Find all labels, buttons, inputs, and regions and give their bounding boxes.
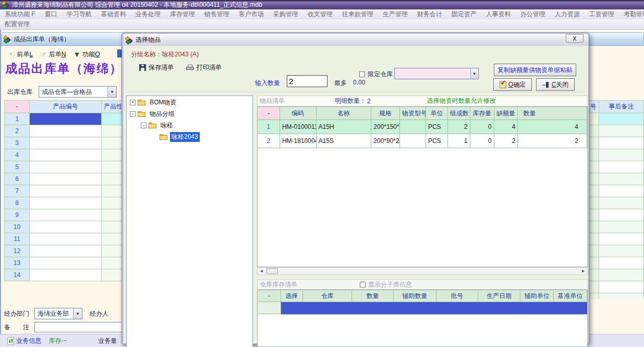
remark-cell[interactable] (599, 185, 644, 197)
row-number-cell[interactable]: 2 (5, 125, 30, 137)
cell[interactable] (400, 120, 426, 134)
toolbar-hand-right[interactable]: ☞后单N (40, 50, 66, 59)
remark-cell[interactable] (599, 245, 644, 257)
row-number-cell[interactable]: 11 (5, 233, 30, 245)
tree-item-咏柽2043[interactable]: 咏柽2043 (127, 131, 252, 142)
remark-cell[interactable] (599, 209, 644, 221)
cell[interactable]: 0 (470, 120, 494, 134)
row-number-cell[interactable]: 1 (5, 113, 30, 125)
cell[interactable] (588, 209, 599, 221)
product-code-cell[interactable] (30, 161, 102, 173)
menu-item[interactable]: 固定资产 (447, 9, 481, 19)
menu-item[interactable]: 工资管理 (585, 9, 619, 19)
product-code-cell[interactable] (30, 221, 102, 233)
tree-item-物品分组[interactable]: -物品分组 (127, 109, 252, 119)
remark-cell[interactable] (599, 293, 644, 299)
menu-item[interactable]: 窗口 (40, 9, 62, 19)
expand-icon[interactable]: + (130, 100, 136, 105)
toolbar-hand-left[interactable]: ☜前单L (8, 50, 33, 59)
menu-item[interactable]: 采购管理 (269, 9, 303, 19)
cell[interactable]: 2 (448, 120, 470, 134)
menu-item[interactable]: 考勤管理 (619, 9, 644, 19)
product-code-cell[interactable] (30, 149, 102, 161)
checkbox-icon[interactable] (360, 282, 366, 288)
cell[interactable] (588, 161, 599, 173)
menu-item[interactable]: 系统功能 F (0, 9, 40, 19)
product-code-cell[interactable] (30, 137, 102, 149)
menu-item[interactable]: 财务会计 (412, 9, 447, 19)
cell[interactable]: 2 (258, 134, 280, 148)
cell[interactable]: 1 (448, 134, 470, 148)
cell[interactable]: 2 (518, 134, 587, 148)
remark-cell[interactable] (599, 221, 644, 233)
row-number-cell[interactable]: 8 (5, 197, 30, 209)
cell[interactable] (588, 293, 599, 299)
ok-button[interactable]: ✔ O确定 (493, 78, 532, 91)
warehouse-combo[interactable]: 成品仓库—合格品 ▼ (39, 86, 117, 98)
stock-selected-row[interactable] (258, 302, 587, 315)
row-number-cell[interactable]: 12 (5, 245, 30, 257)
product-code-cell[interactable] (30, 245, 102, 257)
remark-cell[interactable] (599, 269, 644, 281)
scroll-thumb[interactable] (266, 268, 278, 274)
cell[interactable]: 200*150*2 (371, 120, 400, 134)
product-code-cell[interactable] (30, 113, 102, 125)
remark-cell[interactable] (599, 125, 644, 137)
menu-item[interactable]: 生产管理 (378, 9, 412, 19)
row-number-cell[interactable]: 3 (5, 137, 30, 149)
cell[interactable]: 2 (494, 134, 518, 148)
cell[interactable] (588, 197, 599, 209)
menu-item[interactable]: 基础资料 (96, 9, 131, 19)
tree-item-BOM物资[interactable]: +BOM物资 (127, 97, 252, 107)
menu-item[interactable]: 办公管理 (516, 9, 550, 19)
cell[interactable] (588, 245, 599, 257)
cell[interactable]: 4 (518, 120, 587, 134)
cell[interactable]: A15H (317, 120, 372, 134)
collapse-icon[interactable]: - (130, 111, 136, 117)
row-number-cell[interactable]: 7 (5, 185, 30, 197)
close-button[interactable]: C关闭 (536, 78, 575, 91)
menu-item[interactable]: 业务处理 (131, 9, 165, 19)
collapse-icon[interactable]: - (141, 123, 147, 128)
menu-item[interactable]: 学习导航 (62, 9, 96, 19)
cell[interactable]: HM-0100011 (280, 120, 317, 134)
cell[interactable] (588, 113, 599, 125)
row-number-cell[interactable]: 13 (5, 257, 30, 269)
cell[interactable] (588, 281, 599, 293)
menu-item[interactable]: 配置管理 (0, 19, 34, 29)
remark-cell[interactable] (599, 257, 644, 269)
cell[interactable]: 4 (494, 120, 518, 134)
cell[interactable]: PCS (426, 120, 448, 134)
product-code-cell[interactable] (30, 209, 102, 221)
cell[interactable]: PCS (426, 134, 448, 148)
product-code-cell[interactable] (30, 257, 102, 269)
chevron-down-icon[interactable]: ▼ (107, 87, 116, 97)
menu-item[interactable]: 人事资料 (481, 9, 516, 19)
product-code-cell[interactable] (30, 125, 102, 137)
product-code-cell[interactable] (30, 269, 102, 281)
remark-cell[interactable] (599, 173, 644, 185)
menu-item[interactable]: 收支管理 (303, 9, 337, 19)
menu-item[interactable]: 人力资源 (550, 9, 585, 19)
cell[interactable] (588, 221, 599, 233)
cell[interactable] (258, 302, 281, 314)
limit-warehouse-checkbox[interactable]: 限定仓库 (359, 70, 393, 79)
status-business-info[interactable]: ⇄业务信息 (7, 337, 41, 345)
row-number-cell[interactable]: 9 (5, 209, 30, 221)
cell[interactable]: A15S (317, 134, 372, 148)
scroll-right-icon[interactable]: ► (579, 268, 587, 274)
tree-item-咏柽[interactable]: -咏柽 (127, 120, 252, 130)
menu-item[interactable]: 销售管理 (200, 9, 234, 19)
dept-combo[interactable]: 海绵业务部 ▼ (34, 308, 82, 319)
row-number-cell[interactable]: 5 (5, 161, 30, 173)
row-number-cell[interactable]: 4 (5, 149, 30, 161)
show-subcategory-checkbox[interactable]: 显示分子类信息 (360, 280, 412, 289)
remark-cell[interactable] (599, 137, 644, 149)
menu-item[interactable]: 客户市场 (234, 9, 269, 19)
selected-empty-row[interactable] (281, 302, 587, 315)
save-list-button[interactable]: 保存清单 (139, 63, 174, 72)
cell[interactable] (588, 149, 599, 161)
chevron-down-icon[interactable]: ▼ (470, 68, 478, 79)
product-code-cell[interactable] (30, 173, 102, 185)
row-number-cell[interactable]: 10 (5, 221, 30, 233)
